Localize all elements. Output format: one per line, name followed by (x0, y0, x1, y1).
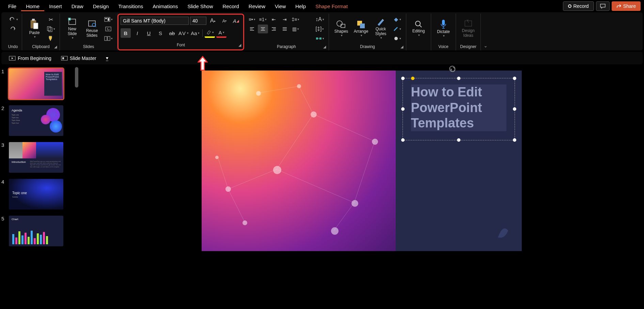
ribbon-collapse-button[interactable]: ⌄ (484, 43, 488, 48)
svg-rect-20 (360, 24, 365, 28)
slide-master-button[interactable]: Slide Master (58, 54, 99, 62)
svg-rect-1 (32, 19, 35, 21)
layout-button[interactable]: ▾ (102, 15, 114, 24)
justify-button[interactable] (280, 25, 290, 33)
qat-customize-button[interactable]: ▾ (103, 54, 111, 62)
arrange-button[interactable]: Arrange▾ (351, 15, 371, 42)
comments-button[interactable] (596, 1, 610, 11)
font-color-button[interactable]: A▾ (216, 28, 226, 38)
align-center-button[interactable] (258, 25, 268, 33)
italic-button[interactable]: I (132, 28, 142, 38)
thumbnail-panel[interactable]: 1 How to Edit PowerPoint Templates 2 Age… (0, 66, 79, 303)
thumbnail-scrollbar[interactable] (75, 67, 78, 88)
menu-transitions[interactable]: Transitions (113, 1, 148, 11)
menu-help[interactable]: Help (290, 1, 311, 11)
menu-home[interactable]: Home (21, 1, 44, 11)
shadow-button[interactable]: S (155, 28, 166, 38)
undo-button[interactable]: ▾ (7, 15, 19, 24)
align-right-button[interactable] (269, 25, 279, 33)
line-spacing-button[interactable]: ‡≡▾ (290, 15, 301, 24)
menu-insert[interactable]: Insert (44, 1, 67, 11)
thumbnail-1[interactable]: 1 How to Edit PowerPoint Templates (1, 68, 78, 99)
menu-draw[interactable]: Draw (67, 1, 88, 11)
svg-rect-24 (465, 21, 472, 26)
numbering-button[interactable]: ≡1▾ (258, 15, 268, 24)
paste-button[interactable]: Paste ▾ (25, 15, 44, 42)
bullets-button[interactable]: ≡•▾ (247, 15, 257, 24)
svg-line-31 (258, 86, 299, 93)
slide-background-image (202, 71, 396, 251)
ribbon-group-font: A▴ A▾ A◢ B I U S ab AV▾ Aa▾ ▾ A▾ Font◢ (117, 14, 244, 50)
reset-button[interactable] (102, 25, 114, 33)
increase-font-button[interactable]: A▴ (208, 16, 218, 26)
design-ideas-button[interactable]: Design Ideas (459, 15, 478, 42)
thumbnail-5[interactable]: 5 Chart (1, 216, 78, 246)
shape-outline-button[interactable]: ▾ (391, 25, 403, 33)
title-textbox[interactable]: How to Edit PowerPoint Templates (403, 78, 515, 140)
share-button[interactable]: Share (612, 1, 641, 11)
bold-button[interactable]: B (121, 28, 131, 38)
shape-effects-button[interactable]: ▾ (391, 34, 403, 43)
menu-design[interactable]: Design (88, 1, 114, 11)
highlight-button[interactable]: ▾ (205, 28, 215, 38)
menu-slideshow[interactable]: Slide Show (183, 1, 218, 11)
new-slide-button[interactable]: New Slide▾ (63, 15, 82, 42)
align-text-button[interactable]: [‡]▾ (314, 25, 326, 33)
decrease-font-button[interactable]: A▾ (219, 16, 230, 26)
clear-formatting-button[interactable]: A◢ (231, 16, 241, 26)
quick-styles-button[interactable]: Quick Styles▾ (371, 15, 390, 42)
paragraph-dialog-launcher[interactable]: ◢ (323, 45, 326, 49)
svg-line-34 (277, 169, 354, 203)
strikethrough-button[interactable]: ab (167, 28, 177, 38)
svg-rect-2 (33, 23, 38, 29)
menu-review[interactable]: Review (244, 1, 270, 11)
char-spacing-button[interactable]: AV▾ (178, 28, 189, 38)
redo-button[interactable] (7, 25, 19, 33)
decrease-indent-button[interactable]: ⇤ (269, 15, 279, 24)
section-button[interactable]: ▾ (102, 34, 114, 43)
record-label: Record (574, 3, 589, 9)
font-name-input[interactable] (121, 17, 189, 25)
title-text[interactable]: How to Edit PowerPoint Templates (411, 84, 506, 131)
shape-fill-button[interactable]: ▾ (391, 15, 403, 24)
shapes-button[interactable]: Shapes▾ (332, 15, 351, 42)
svg-line-30 (313, 114, 375, 141)
ribbon-group-clipboard: Paste ▾ ✂ ▾ Clipboard◢ (22, 14, 60, 50)
svg-rect-18 (341, 24, 345, 28)
from-beginning-button[interactable]: From Beginning (6, 54, 54, 62)
underline-button[interactable]: U (144, 28, 154, 38)
increase-indent-button[interactable]: ⇥ (280, 15, 290, 24)
thumbnail-4[interactable]: 4 Topic one Subtitle (1, 179, 78, 210)
svg-point-17 (337, 21, 342, 26)
align-left-button[interactable] (247, 25, 257, 33)
drawing-dialog-launcher[interactable]: ◢ (400, 45, 403, 49)
columns-button[interactable]: ▥▾ (290, 25, 301, 33)
smartart-button[interactable]: ▾ (314, 34, 326, 43)
paste-label: Paste (29, 30, 40, 35)
dictate-button[interactable]: Dictate▾ (434, 15, 453, 42)
editing-button[interactable]: Editing▾ (409, 15, 428, 42)
rotate-handle[interactable] (449, 66, 455, 72)
thumbnail-2[interactable]: 2 Agenda Topic oneTopic twoTopic threeTo… (1, 105, 78, 136)
reuse-slides-button[interactable]: Reuse Slides (82, 15, 101, 42)
font-dialog-launcher[interactable]: ◢ (238, 43, 241, 47)
clipboard-dialog-launcher[interactable]: ◢ (54, 45, 57, 49)
thumb-title: How to Edit PowerPoint Templates (46, 73, 61, 80)
change-case-button[interactable]: Aa▾ (190, 28, 200, 38)
menu-record[interactable]: Record (218, 1, 244, 11)
cut-button[interactable]: ✂ (45, 15, 57, 24)
svg-line-35 (228, 189, 245, 223)
format-painter-button[interactable] (45, 34, 57, 43)
thumbnail-3[interactable]: 3 Introduction With PowerPoint you can c… (1, 142, 78, 173)
reuse-slides-label: Reuse Slides (86, 28, 98, 38)
menu-view[interactable]: View (270, 1, 290, 11)
menu-animations[interactable]: Animations (148, 1, 183, 11)
slide-canvas[interactable]: How to Edit PowerPoint Templates (79, 66, 644, 303)
menu-file[interactable]: File (3, 1, 21, 11)
copy-button[interactable]: ▾ (45, 25, 57, 33)
record-button[interactable]: Record (563, 1, 594, 11)
svg-point-22 (415, 21, 420, 26)
text-direction-button[interactable]: ↕A▾ (314, 15, 326, 24)
menu-shape-format[interactable]: Shape Format (311, 1, 352, 11)
font-size-input[interactable] (190, 17, 206, 25)
